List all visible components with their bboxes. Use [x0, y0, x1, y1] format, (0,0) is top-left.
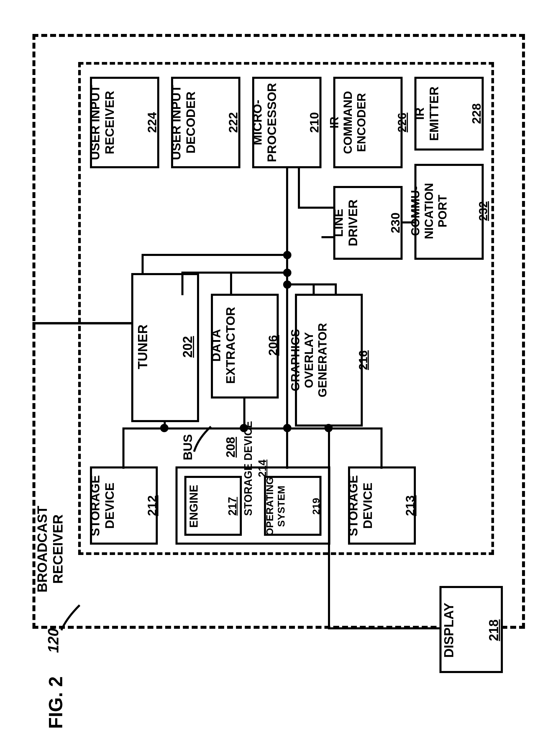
wire-overlay-top-drop-a — [313, 283, 315, 295]
storage-device-212-ref: 212 — [145, 475, 159, 536]
wire-mp-branch-v — [298, 168, 300, 209]
engine-label: ENGINE 217 — [190, 473, 237, 540]
tuner-text: TUNER — [135, 325, 150, 369]
storage-device-213-label: STORAGE DEVICE 213 — [354, 467, 410, 544]
wire-overlay-top-drop-b — [335, 283, 337, 295]
wire-to-storage-212 — [123, 427, 125, 469]
bus-text: BUS — [181, 434, 195, 461]
operating-system-label: OPERATING SYSTEM 219 — [268, 472, 318, 541]
ir-emitter-label: IR EMITTER 228 — [422, 75, 475, 152]
figure-label: FIG. 2 — [38, 664, 74, 741]
bus-node-3 — [283, 280, 291, 289]
graphics-overlay-generator-ref: 216 — [356, 323, 370, 397]
bus-node-tuner — [160, 424, 168, 432]
engine-text: ENGINE — [187, 485, 200, 528]
engine-ref: 217 — [226, 485, 239, 528]
bus-label: BUS 208 — [192, 429, 227, 465]
wire-extractor-top-drop-b — [230, 272, 232, 295]
bus-node-extractor — [240, 424, 248, 432]
wire-to-storage-213 — [381, 427, 383, 469]
storage-device-213-ref: 213 — [403, 475, 417, 536]
storage-device-213-text: STORAGE DEVICE — [346, 475, 375, 536]
wire-overlay-down-out — [328, 426, 330, 629]
wire-bus-to-extractor-top-a — [181, 272, 288, 274]
broadcast-receiver-refnum: 120 — [45, 628, 62, 653]
bus-vertical — [286, 168, 288, 468]
wire-to-storage-214 — [286, 427, 288, 469]
wire-linedrv-bot — [321, 236, 335, 238]
wire-linedrv-to-commport — [403, 221, 416, 223]
broadcast-receiver-label: BROADCAST RECEIVER — [38, 487, 62, 611]
communication-port-text: COMMU- NICATION PORT — [408, 183, 449, 239]
line-driver-text: LINE DRIVER — [331, 200, 360, 247]
bus-node-1 — [283, 251, 291, 259]
user-input-receiver-text: USER INPUT RECEIVER — [88, 85, 117, 160]
display-text: DISPLAY — [441, 603, 456, 658]
broadcast-receiver-ref: 120 — [45, 623, 63, 658]
graphics-overlay-generator-text: GRAPHICS OVERLAY GENERATOR — [289, 323, 329, 397]
bus-ref: 208 — [224, 434, 238, 461]
display-label: DISPLAY 218 — [443, 594, 499, 667]
figure-label-text: FIG. 2 — [45, 676, 67, 729]
ir-emitter-ref: 228 — [470, 86, 484, 141]
operating-system-text: OPERATING SYSTEM — [264, 477, 287, 536]
ir-emitter-text: IR EMITTER — [413, 86, 441, 141]
wire-mp-to-linedrv — [298, 207, 335, 209]
wire-extractor-top-drop-a — [181, 272, 183, 295]
bus-node-2 — [283, 269, 291, 277]
communication-port-label: COMMU- NICATION PORT 232 — [414, 171, 485, 251]
communication-port-ref: 232 — [476, 183, 490, 239]
wire-tuner-top-drop — [142, 254, 144, 275]
wire-bus-to-overlay-top-b — [286, 283, 336, 285]
diagram-stage: BROADCAST RECEIVER 120 USER INPUT RECEIV… — [0, 0, 553, 756]
ir-command-encoder-text: IR COMMAND ENCODER — [327, 91, 368, 154]
graphics-overlay-generator-label: GRAPHICS OVERLAY GENERATOR 216 — [292, 320, 366, 401]
wire-to-display — [328, 627, 442, 629]
data-extractor-text: DATA EXTRACTOR — [209, 307, 238, 384]
storage-device-212-label: STORAGE DEVICE 212 — [96, 467, 152, 544]
user-input-decoder-text: USER INPUT DECODER — [169, 85, 198, 160]
wire-bus-to-tuner-top — [142, 254, 288, 256]
micro-processor-text: MICRO- PROCESSOR — [250, 83, 279, 162]
storage-device-214-ref: 214 — [256, 460, 268, 477]
wire-extractor-bottom — [243, 399, 245, 428]
display-ref: 218 — [486, 603, 501, 658]
storage-device-212-text: STORAGE DEVICE — [88, 475, 117, 536]
